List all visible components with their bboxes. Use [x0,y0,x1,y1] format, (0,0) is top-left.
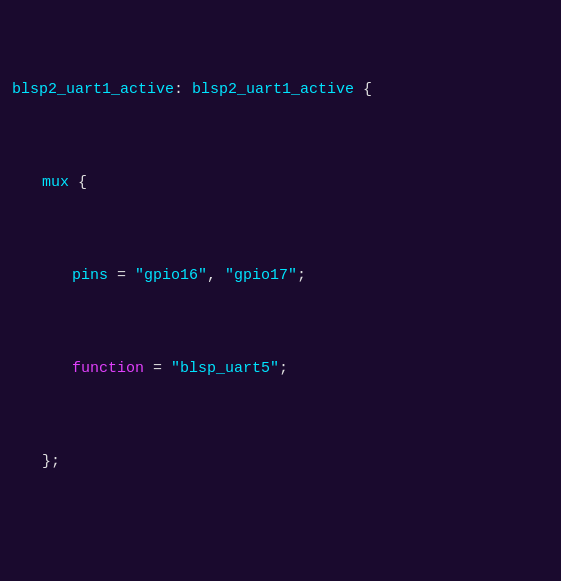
line-block1-mux-function: function = "blsp_uart5"; [12,357,549,380]
mux1-pins-val2: "gpio17" [225,267,297,284]
line-block1-mux-open: mux { [12,171,549,194]
block1-open-brace: { [354,81,372,98]
mux1-function-val: "blsp_uart5" [171,360,279,377]
block1-label-key: blsp2_uart1_active [12,81,174,98]
line-block1-mux-pins: pins = "gpio16", "gpio17"; [12,264,549,287]
mux1-function-key: function [72,360,144,377]
block1-label-val: blsp2_uart1_active [192,81,354,98]
line-block1-label: blsp2_uart1_active: blsp2_uart1_active { [12,78,549,101]
mux1-open-brace: { [69,174,87,191]
mux1-pins-key: pins [72,267,108,284]
block1-label-colon: : [174,81,192,98]
mux1-pins-val1: "gpio16" [135,267,207,284]
code-block: blsp2_uart1_active: blsp2_uart1_active {… [0,0,561,581]
line-block1-mux-close: }; [12,450,549,473]
line-empty1 [12,543,549,566]
mux1-close-brace: }; [42,453,60,470]
mux1-keyword: mux [42,174,69,191]
